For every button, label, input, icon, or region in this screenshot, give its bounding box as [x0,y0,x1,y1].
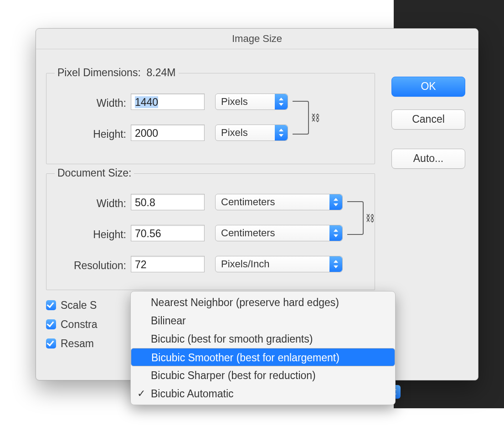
doc-height-label: Height: [46,225,126,244]
doc-width-unit-value: Centimeters [221,196,275,208]
constrain-link-pixel: ⛓ [293,101,320,135]
menu-item-bicubic-automatic-label: Bicubic Automatic [151,388,234,400]
scale-styles-checkbox[interactable]: Scale S [46,296,98,315]
pixel-dimensions-group: Pixel Dimensions: 8.24M Width: 1440 Pixe… [46,73,375,164]
pixel-dimensions-legend-label: Pixel Dimensions: [57,67,141,78]
chevron-updown-icon [329,194,342,210]
checkmark-icon: ✓ [137,385,145,403]
doc-height-unit-select[interactable]: Centimeters [215,225,343,241]
doc-width-unit-select[interactable]: Centimeters [215,194,343,210]
auto-button[interactable]: Auto... [391,149,465,169]
constrain-proportions-label: Constra [61,318,98,331]
menu-item-bilinear[interactable]: Bilinear [131,312,395,330]
chevron-updown-icon [329,225,342,241]
dialog-body: OK Cancel Auto... Pixel Dimensions: 8.24… [36,49,478,380]
resample-image-checkbox[interactable]: Resam [46,334,98,353]
dialog-title: Image Size [36,29,478,49]
pixel-dimensions-size: 8.24M [147,67,176,78]
chevron-updown-icon [329,256,342,272]
pixel-height-unit-value: Pixels [221,127,248,138]
document-size-legend: Document Size: [55,167,134,179]
chevron-updown-icon [275,125,288,140]
pixel-width-unit-select[interactable]: Pixels [215,94,288,110]
pixel-width-value: 1440 [135,96,158,108]
document-size-group: Document Size: Width: 50.8 Centimeters H… [46,173,375,290]
pixel-height-input[interactable]: 2000 [131,125,205,141]
menu-item-bicubic-smoother[interactable]: Bicubic Smoother (best for enlargement) [131,348,395,366]
chain-link-icon: ⛓ [311,113,320,123]
pixel-width-label: Width: [46,94,126,113]
checkbox-checked-icon [46,338,56,349]
menu-item-bicubic-sharper[interactable]: Bicubic Sharper (best for reduction) [131,366,395,385]
chevron-updown-icon [275,94,288,109]
options-checkboxes: Scale S Constra Resam [46,296,98,353]
checkbox-checked-icon [46,319,56,329]
scale-styles-label: Scale S [61,299,97,312]
doc-resolution-label: Resolution: [46,256,126,275]
doc-width-input[interactable]: 50.8 [131,194,205,210]
doc-resolution-input[interactable]: 72 [131,256,205,272]
cancel-button[interactable]: Cancel [391,109,465,130]
constrain-proportions-checkbox[interactable]: Constra [46,315,98,334]
doc-resolution-unit-select[interactable]: Pixels/Inch [215,256,343,272]
pixel-dimensions-legend: Pixel Dimensions: 8.24M [55,67,179,79]
pixel-height-label: Height: [46,125,126,144]
checkbox-checked-icon [46,300,56,310]
chain-link-icon: ⛓ [365,213,375,224]
doc-width-label: Width: [46,194,126,213]
ok-button[interactable]: OK [391,77,465,97]
menu-item-bicubic[interactable]: Bicubic (best for smooth gradients) [131,330,395,348]
pixel-height-unit-select[interactable]: Pixels [215,125,288,141]
pixel-width-unit-value: Pixels [221,96,248,107]
image-size-dialog: Image Size OK Cancel Auto... Pixel Dimen… [36,28,478,380]
menu-item-nearest-neighbor[interactable]: Nearest Neighbor (preserve hard edges) [131,293,395,312]
doc-resolution-unit-value: Pixels/Inch [221,258,269,270]
resample-method-menu: Nearest Neighbor (preserve hard edges) B… [130,291,396,405]
constrain-link-doc: ⛓ [347,201,375,235]
doc-height-unit-value: Centimeters [221,227,275,239]
pixel-width-input[interactable]: 1440 [131,94,205,110]
doc-height-input[interactable]: 70.56 [131,225,205,241]
resample-image-label: Resam [61,338,94,350]
menu-item-bicubic-automatic[interactable]: ✓ Bicubic Automatic [131,385,395,403]
